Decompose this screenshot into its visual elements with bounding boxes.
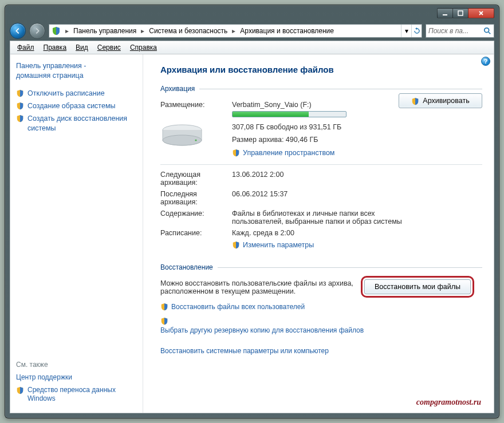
content-label: Содержание: [160,209,226,218]
schedule-label: Расписание: [160,229,226,237]
shield-icon [16,114,24,122]
manage-space-link[interactable]: Управление пространством [232,148,334,157]
refresh-button[interactable] [411,25,422,37]
free-space-text: 307,08 ГБ свободно из 931,51 ГБ [232,123,482,131]
sidebar-item-recovery-disk[interactable]: Создать диск восстановления системы [16,114,137,133]
restore-my-files-button[interactable]: Восстановить мои файлы [364,279,471,294]
sidebar-item-disable-schedule[interactable]: Отключить расписание [16,89,137,98]
select-another-backup-link[interactable]: Выбрать другую резервную копию для восст… [160,326,364,334]
restore-all-users-link[interactable]: Восстановить файлы всех пользователей [160,302,305,311]
link-windows-easy-transfer[interactable]: Средство переноса данных Windows [16,386,137,404]
link-support-center[interactable]: Центр поддержки [16,373,137,382]
last-backup-label: Последняя архивация: [160,190,226,206]
menu-view[interactable]: Вид [71,41,93,54]
next-backup-value: 13.06.2012 2:00 [232,171,482,179]
svg-point-5 [195,139,196,141]
shield-icon [232,241,240,249]
svg-rect-0 [443,14,447,15]
search-placeholder: Поиск в па... [428,27,468,35]
shield-icon [232,149,240,157]
hard-drive-icon [160,123,204,148]
sidebar: Панель управления -домашняя страница Отк… [10,54,143,413]
close-button[interactable] [468,8,494,18]
menu-help[interactable]: Справка [125,41,162,54]
crumb-backup-restore[interactable]: Архивация и восстановление [237,25,337,37]
shield-icon [160,317,168,325]
nav-back-button[interactable] [10,23,26,39]
last-backup-value: 06.06.2012 15:37 [232,190,482,198]
breadcrumb-dropdown[interactable]: ▾ [401,25,411,37]
disk-usage-bar [232,111,346,117]
page-title: Архивация или восстановление файлов [160,65,482,74]
menu-tools[interactable]: Сервис [93,41,125,54]
archive-size-text: Размер архива: 490,46 ГБ [232,136,482,144]
sidebar-home-link[interactable]: Панель управления -домашняя страница [16,61,137,81]
section-archive: Архивация [160,85,482,93]
main-content: Архивация или восстановление файлов Архи… [143,54,494,413]
restore-description: Можно восстановить пользовательские файл… [160,279,355,295]
shield-icon [16,89,24,97]
breadcrumb[interactable]: ▸ Панель управления ▸ Система и безопасн… [49,24,422,38]
menu-file[interactable]: Файл [13,41,39,54]
svg-rect-1 [458,11,463,15]
change-settings-link[interactable]: Изменить параметры [232,240,314,249]
see-also-heading: См. также [16,361,137,369]
shield-icon [16,102,24,110]
schedule-value: Кажд. среда в 2:00 [232,229,482,237]
archive-now-button[interactable]: Архивировать [399,93,482,108]
shield-icon [16,386,24,394]
location-label: Размещение: [160,101,226,109]
search-input[interactable]: Поиск в па... [426,24,494,38]
shield-icon [411,97,419,105]
nav-forward-button[interactable] [29,23,45,39]
crumb-system-security[interactable]: Система и безопасность [145,25,231,37]
menu-bar: Файл Правка Вид Сервис Справка [10,41,494,54]
restore-system-link[interactable]: Восстановить системные параметры или ком… [160,347,329,355]
menu-edit[interactable]: Правка [39,41,72,54]
watermark: compgramotnost.ru [416,398,481,407]
content-value: Файлы в библиотеках и личные папки всех … [232,209,404,226]
control-panel-icon [52,26,61,35]
next-backup-label: Следующая архивация: [160,171,226,187]
sidebar-item-create-image[interactable]: Создание образа системы [16,101,137,110]
crumb-control-panel[interactable]: Панель управления [70,25,140,37]
maximize-button[interactable] [452,8,468,18]
window-titlebar [10,5,494,21]
search-icon [483,27,491,35]
minimize-button[interactable] [437,8,453,18]
section-restore: Восстановление [160,263,482,271]
svg-point-2 [485,28,489,33]
shield-icon [160,303,168,311]
